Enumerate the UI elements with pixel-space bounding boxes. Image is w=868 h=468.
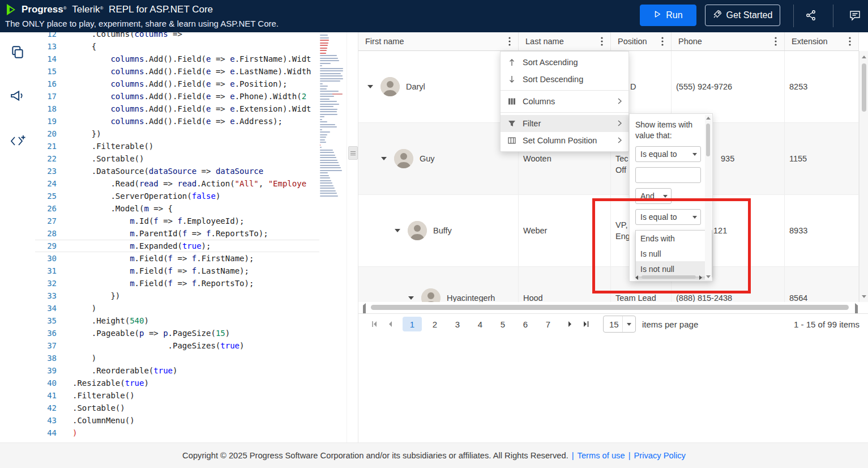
filter-vertical-scrollbar[interactable] bbox=[705, 115, 712, 280]
code-line: columns.Add().Field(e => e.Phone).Width(… bbox=[72, 90, 319, 103]
horizontal-scroll-thumb[interactable] bbox=[371, 305, 849, 310]
line-number: 28 bbox=[35, 227, 57, 240]
column-menu-icon[interactable] bbox=[657, 37, 668, 46]
code-token: .ParentId( bbox=[135, 229, 182, 238]
code-token: => bbox=[211, 67, 230, 76]
page-button-3[interactable]: 3 bbox=[448, 317, 467, 331]
code-editor[interactable]: 1213141516171819202122232425262728293031… bbox=[35, 32, 347, 443]
column-menu-icon[interactable] bbox=[771, 37, 781, 46]
code-token: => bbox=[173, 254, 192, 263]
editor-code[interactable]: .Columns(columns => { columns.Add().Fiel… bbox=[72, 32, 319, 443]
page-button-6[interactable]: 6 bbox=[516, 317, 535, 331]
next-page-button[interactable] bbox=[562, 316, 578, 332]
column-menu-icon[interactable] bbox=[597, 37, 607, 46]
scroll-up-icon[interactable] bbox=[860, 52, 868, 61]
embed-icon bbox=[10, 134, 25, 150]
row-expand-icon[interactable] bbox=[408, 296, 414, 300]
position-text: D bbox=[630, 81, 636, 92]
line-number: 41 bbox=[35, 389, 57, 402]
terms-link[interactable]: Terms of use bbox=[578, 451, 625, 460]
splitter-handle-icon[interactable] bbox=[348, 146, 358, 160]
filter-horizontal-scrollbar[interactable] bbox=[635, 275, 702, 280]
page-size-select[interactable]: 15 bbox=[603, 316, 636, 333]
page-button-2[interactable]: 2 bbox=[425, 317, 444, 331]
menu-item-set-column-position[interactable]: Set Column Position bbox=[501, 132, 628, 149]
previous-page-button[interactable] bbox=[382, 316, 398, 332]
page-button-5[interactable]: 5 bbox=[493, 317, 512, 331]
code-line: .Read(read => read.Action("All", "Employ… bbox=[72, 177, 319, 190]
code-line: .Height(540) bbox=[72, 314, 319, 327]
code-token bbox=[72, 229, 130, 238]
privacy-link[interactable]: Privacy Policy bbox=[634, 451, 685, 460]
minimap-line bbox=[320, 114, 337, 115]
get-started-button[interactable]: Get Started bbox=[705, 5, 780, 26]
page-title: REPL for ASP.NET Core bbox=[109, 4, 213, 15]
brand: Progress® Telerik® REPL for ASP.NET Core bbox=[5, 3, 213, 19]
code-line: m.ParentId(f => f.ReportsTo); bbox=[72, 227, 319, 240]
code-line: m.Expanded(true); bbox=[72, 240, 319, 252]
row-expand-icon[interactable] bbox=[381, 157, 387, 160]
code-token: f bbox=[192, 254, 196, 263]
menu-item-sort-descending[interactable]: Sort Descending bbox=[501, 71, 628, 88]
filter-operator-select-2[interactable]: Is equal to bbox=[635, 209, 701, 225]
minimap[interactable] bbox=[320, 35, 345, 198]
announcement-button[interactable] bbox=[0, 84, 35, 109]
menu-item-sort-ascending[interactable]: Sort Ascending bbox=[501, 54, 628, 71]
embed-button[interactable] bbox=[0, 129, 35, 154]
grid-horizontal-scrollbar[interactable] bbox=[358, 302, 859, 313]
horizontal-scroll-thumb[interactable] bbox=[642, 275, 696, 279]
code-line: .Reorderable(true) bbox=[72, 364, 319, 377]
vertical-scroll-thumb[interactable] bbox=[862, 63, 866, 112]
minimap-line bbox=[320, 142, 326, 143]
code-token: => bbox=[211, 54, 230, 63]
row-expand-icon[interactable] bbox=[395, 229, 400, 232]
scroll-left-icon[interactable] bbox=[635, 275, 638, 280]
row-expand-icon[interactable] bbox=[367, 85, 373, 88]
code-token: }) bbox=[72, 129, 101, 138]
items-per-page-label: items per page bbox=[642, 320, 698, 329]
first-page-button[interactable] bbox=[366, 316, 382, 332]
line-number: 27 bbox=[35, 215, 57, 227]
minimap-line bbox=[320, 175, 329, 176]
menu-item-filter[interactable]: Filter bbox=[501, 115, 628, 132]
scroll-down-icon[interactable] bbox=[706, 275, 711, 278]
filter-operator-option[interactable]: Ends with bbox=[636, 231, 712, 246]
menu-item-columns[interactable]: Columns bbox=[501, 93, 628, 110]
page-button-4[interactable]: 4 bbox=[471, 317, 490, 331]
filter-logic-select[interactable]: And bbox=[635, 188, 672, 204]
feedback-button[interactable] bbox=[846, 7, 864, 25]
scroll-right-icon[interactable] bbox=[699, 275, 702, 280]
line-number: 33 bbox=[35, 290, 57, 302]
column-menu-icon[interactable] bbox=[845, 37, 855, 46]
code-token bbox=[72, 104, 110, 113]
footer-separator: | bbox=[572, 451, 574, 460]
sort-descending-icon bbox=[507, 75, 516, 83]
minimap-line bbox=[320, 73, 341, 74]
grid-vertical-scrollbar[interactable] bbox=[859, 51, 868, 302]
code-token: .ColumnMenu() bbox=[72, 416, 135, 425]
avatar bbox=[380, 77, 400, 96]
minimap-line bbox=[320, 134, 327, 135]
minimap-line bbox=[320, 193, 337, 194]
page-button-1[interactable]: 1 bbox=[403, 317, 422, 331]
page-button-7[interactable]: 7 bbox=[538, 317, 558, 331]
filter-operator-select[interactable]: Is equal to bbox=[635, 146, 701, 162]
last-page-button[interactable] bbox=[578, 316, 594, 332]
filter-operator-option[interactable]: Is null bbox=[636, 246, 712, 261]
column-menu-icon[interactable] bbox=[504, 37, 515, 46]
splitter[interactable] bbox=[347, 32, 358, 443]
code-token: f bbox=[177, 216, 182, 226]
filter-value-input[interactable] bbox=[635, 167, 701, 183]
copy-snippet-button[interactable] bbox=[0, 40, 35, 65]
cell-extension: 1155 bbox=[785, 123, 859, 194]
minimap-line bbox=[320, 147, 322, 148]
filter-operator-option[interactable]: Is not null bbox=[636, 261, 712, 276]
run-button[interactable]: Run bbox=[640, 5, 696, 26]
vertical-scroll-thumb[interactable] bbox=[706, 124, 710, 156]
share-button[interactable] bbox=[802, 7, 820, 25]
scroll-up-icon[interactable] bbox=[706, 117, 711, 120]
scroll-down-icon[interactable] bbox=[860, 292, 868, 301]
get-started-label: Get Started bbox=[726, 10, 773, 20]
minimap-line bbox=[320, 104, 339, 105]
last-name-text: Wooten bbox=[523, 154, 551, 163]
